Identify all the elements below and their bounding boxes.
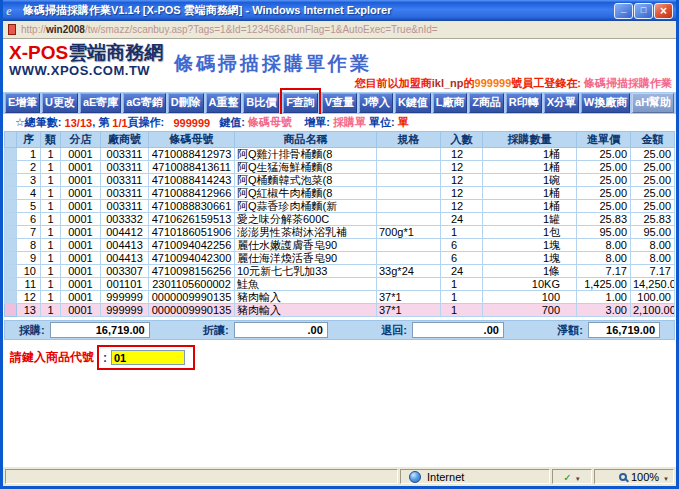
cell-units: 6 — [441, 252, 483, 265]
cell-qty: 1包 — [483, 226, 577, 239]
table-row[interactable]: 12100019999990000009990135豬肉輸入37*111001.… — [5, 291, 675, 304]
column-header: 入數 — [441, 132, 483, 148]
cell-store: 0001 — [61, 213, 101, 226]
cell-spec — [377, 252, 441, 265]
row-selector[interactable] — [5, 304, 17, 317]
cell-vendor: 999999 — [101, 291, 149, 304]
toolbar-button-aE寄庫[interactable]: aE寄庫 — [80, 93, 121, 113]
toolbar-button-L廠商[interactable]: L廠商 — [433, 93, 468, 113]
filter-dropdown-icon — [575, 471, 581, 483]
cell-store: 0001 — [61, 252, 101, 265]
toolbar-button-aG寄銷[interactable]: aG寄銷 — [123, 93, 166, 113]
row-selector[interactable] — [5, 213, 17, 226]
row-selector[interactable] — [5, 239, 17, 252]
toolbar-button-R印轉[interactable]: R印轉 — [506, 93, 542, 113]
cell-barcode: 4710186051906 — [149, 226, 235, 239]
url-text[interactable]: http://win2008/tw/smazz/scanbuy.asp?Tags… — [21, 24, 438, 35]
cell-name: 豬肉輸入 — [235, 304, 377, 317]
cell-spec: 37*1 — [377, 291, 441, 304]
table-row[interactable]: 3100010033114710088414243阿Q桶麵韓式泡菜(8121碗2… — [5, 174, 675, 187]
cell-barcode: 2301105600002 — [149, 278, 235, 291]
toolbar-button-X分單[interactable]: X分單 — [544, 93, 579, 113]
toolbar-button-W換廠商[interactable]: W換廠商 — [581, 93, 630, 113]
cell-price: 1,425.00 — [577, 278, 631, 291]
row-selector[interactable] — [5, 161, 17, 174]
page-title: 條碼掃描採購單作業 — [168, 51, 378, 77]
table-row[interactable]: 6100010033324710626159513愛之味分解茶600C241罐2… — [5, 213, 675, 226]
cell-qty: 1桶 — [483, 200, 577, 213]
product-code-input[interactable] — [111, 350, 185, 365]
table-row[interactable]: 11100010011012301105600002鮭魚110KG1,425.0… — [5, 278, 675, 291]
toolbar-button-U更改[interactable]: U更改 — [42, 93, 78, 113]
toolbar-button-B比價[interactable]: B比價 — [243, 93, 279, 113]
summary-value: 16,719.00 — [50, 322, 150, 338]
toolbar-button-E增筆[interactable]: E增筆 — [5, 93, 40, 113]
row-selector-header — [5, 132, 17, 148]
table-row[interactable]: 9100010044134710094042300麗仕海洋煥活香皂9061塊8.… — [5, 252, 675, 265]
cell-amount: 25.00 — [631, 174, 675, 187]
toolbar-button-J帶入[interactable]: J帶入 — [359, 93, 393, 113]
cell-amount: 8.00 — [631, 239, 675, 252]
toolbar-button-aH幫助[interactable]: aH幫助 — [632, 93, 674, 113]
row-selector[interactable] — [5, 278, 17, 291]
row-selector[interactable] — [5, 226, 17, 239]
prompt-highlight-box: : — [97, 345, 195, 370]
phishing-filter-panel[interactable] — [552, 469, 592, 484]
cell-amount: 25.00 — [631, 148, 675, 161]
table-row[interactable]: 8100010044134710094042256麗仕水嫩護膚香皂9061塊8.… — [5, 239, 675, 252]
cell-name: 阿Q生猛海鮮桶麵(8 — [235, 161, 377, 174]
table-row[interactable]: 1010001003307471009815625610元新七七乳加3333g*… — [5, 265, 675, 278]
cell-price: 25.00 — [577, 148, 631, 161]
cell-name: 愛之味分解茶600C — [235, 213, 377, 226]
table-row[interactable]: 5100010033114710088830661阿Q蒜香珍肉桶麵(新121桶2… — [5, 200, 675, 213]
cell-qty: 1罐 — [483, 213, 577, 226]
toolbar-button-D刪除[interactable]: D刪除 — [168, 93, 204, 113]
cell-price: 25.83 — [577, 213, 631, 226]
cell-vendor: 003311 — [101, 161, 149, 174]
toolbar-button-Z商品[interactable]: Z商品 — [469, 93, 504, 113]
cell-vendor: 003332 — [101, 213, 149, 226]
cell-type: 1 — [41, 200, 61, 213]
cell-store: 0001 — [61, 200, 101, 213]
cell-barcode: 0000009990135 — [149, 291, 235, 304]
minimize-button[interactable] — [614, 3, 633, 19]
toolbar-button-A重整[interactable]: A重整 — [206, 93, 242, 113]
row-selector[interactable] — [5, 252, 17, 265]
page-icon — [8, 24, 16, 35]
security-zone-label: Internet — [427, 471, 464, 483]
cell-spec — [377, 213, 441, 226]
toolbar-button-K鍵值[interactable]: K鍵值 — [395, 93, 431, 113]
cell-price: 25.00 — [577, 161, 631, 174]
table-row[interactable]: 7100010044124710186051906澎澎男性茶樹沐浴乳補700g*… — [5, 226, 675, 239]
table-row[interactable]: 4100010033114710088412966阿Q紅椒牛肉桶麵(8121桶2… — [5, 187, 675, 200]
cell-vendor: 003311 — [101, 148, 149, 161]
cell-spec — [377, 174, 441, 187]
table-row[interactable]: 1100010033114710088412973阿Q雞汁排骨桶麵(8121桶2… — [5, 148, 675, 161]
row-selector[interactable] — [5, 265, 17, 278]
cell-store: 0001 — [61, 291, 101, 304]
cell-store: 0001 — [61, 148, 101, 161]
cell-qty: 1桶 — [483, 187, 577, 200]
table-row[interactable]: 13100019999990000009990135豬肉輸入37*117003.… — [5, 304, 675, 317]
login-notice-segment: 您目前以加盟商 — [355, 77, 432, 89]
zoom-control[interactable]: 100% — [594, 469, 674, 484]
status-line-segment: 頁操作: — [128, 115, 174, 130]
close-button[interactable] — [654, 3, 673, 19]
row-selector[interactable] — [5, 187, 17, 200]
row-selector[interactable] — [5, 148, 17, 161]
toolbar-button-V查量[interactable]: V查量 — [322, 93, 357, 113]
toolbar-button-F查詢[interactable]: F查詢 — [283, 93, 318, 113]
row-selector[interactable] — [5, 174, 17, 187]
cell-seq: 10 — [17, 265, 41, 278]
row-selector[interactable] — [5, 291, 17, 304]
cell-amount: 25.00 — [631, 187, 675, 200]
cell-amount: 95.00 — [631, 226, 675, 239]
prompt-label: 請鍵入商品代號 — [10, 349, 94, 366]
cell-units: 6 — [441, 239, 483, 252]
login-notice-segment: 999999 — [475, 77, 512, 89]
cell-seq: 5 — [17, 200, 41, 213]
row-selector[interactable] — [5, 200, 17, 213]
cell-qty: 1桶 — [483, 161, 577, 174]
maximize-button[interactable] — [634, 3, 653, 19]
table-row[interactable]: 2100010033114710088413611阿Q生猛海鮮桶麵(8121桶2… — [5, 161, 675, 174]
